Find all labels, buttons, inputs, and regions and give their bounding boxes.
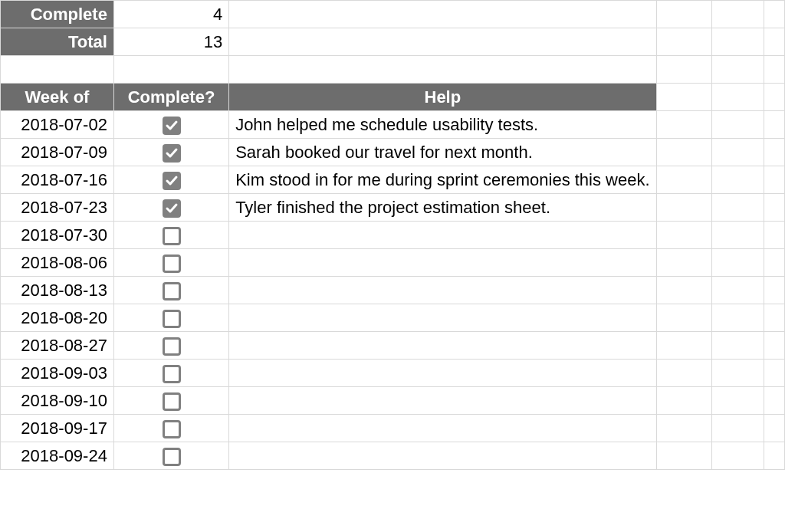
empty-cell[interactable]: [764, 304, 784, 332]
header-week[interactable]: Week of: [1, 84, 114, 111]
empty-cell[interactable]: [656, 222, 712, 249]
empty-cell[interactable]: [712, 387, 764, 415]
empty-cell[interactable]: [712, 442, 764, 470]
help-cell[interactable]: [229, 249, 656, 277]
empty-cell[interactable]: [764, 84, 784, 111]
week-cell[interactable]: 2018-09-24: [1, 442, 114, 470]
complete-cell[interactable]: [113, 442, 228, 470]
empty-cell[interactable]: [712, 360, 764, 387]
help-cell[interactable]: [229, 222, 656, 249]
week-cell[interactable]: 2018-07-16: [1, 166, 114, 194]
empty-cell[interactable]: [656, 28, 712, 56]
empty-cell[interactable]: [1, 56, 114, 84]
empty-cell[interactable]: [764, 387, 784, 415]
help-cell[interactable]: [229, 277, 656, 304]
checkbox-unchecked-icon[interactable]: [163, 255, 181, 273]
empty-cell[interactable]: [764, 166, 784, 194]
empty-cell[interactable]: [712, 304, 764, 332]
empty-cell[interactable]: [229, 56, 656, 84]
help-cell[interactable]: [229, 360, 656, 387]
empty-cell[interactable]: [712, 249, 764, 277]
complete-cell[interactable]: [113, 387, 228, 415]
checkbox-checked-icon[interactable]: [163, 199, 181, 218]
empty-cell[interactable]: [656, 360, 712, 387]
empty-cell[interactable]: [764, 28, 784, 56]
empty-cell[interactable]: [656, 111, 712, 139]
complete-cell[interactable]: [113, 111, 228, 139]
complete-cell[interactable]: [113, 222, 228, 249]
checkbox-checked-icon[interactable]: [163, 144, 181, 163]
complete-cell[interactable]: [113, 304, 228, 332]
empty-cell[interactable]: [656, 277, 712, 304]
empty-cell[interactable]: [656, 84, 712, 111]
empty-cell[interactable]: [113, 56, 228, 84]
empty-cell[interactable]: [656, 304, 712, 332]
week-cell[interactable]: 2018-07-30: [1, 222, 114, 249]
empty-cell[interactable]: [656, 415, 712, 442]
empty-cell[interactable]: [229, 28, 656, 56]
empty-cell[interactable]: [764, 139, 784, 166]
complete-cell[interactable]: [113, 166, 228, 194]
empty-cell[interactable]: [712, 28, 764, 56]
week-cell[interactable]: 2018-08-06: [1, 249, 114, 277]
week-cell[interactable]: 2018-08-20: [1, 304, 114, 332]
empty-cell[interactable]: [656, 332, 712, 360]
empty-cell[interactable]: [712, 56, 764, 84]
checkbox-unchecked-icon[interactable]: [163, 420, 181, 438]
help-cell[interactable]: Kim stood in for me during sprint ceremo…: [229, 166, 656, 194]
checkbox-unchecked-icon[interactable]: [163, 227, 181, 245]
empty-cell[interactable]: [656, 249, 712, 277]
empty-cell[interactable]: [712, 332, 764, 360]
spreadsheet[interactable]: Complete 4 Total 13 Week of Complete? He…: [0, 0, 785, 470]
empty-cell[interactable]: [764, 332, 784, 360]
empty-cell[interactable]: [712, 1, 764, 28]
help-cell[interactable]: John helped me schedule usability tests.: [229, 111, 656, 139]
empty-cell[interactable]: [764, 222, 784, 249]
empty-cell[interactable]: [712, 222, 764, 249]
complete-cell[interactable]: [113, 249, 228, 277]
summary-complete-value[interactable]: 4: [113, 1, 228, 28]
empty-cell[interactable]: [712, 166, 764, 194]
week-cell[interactable]: 2018-09-17: [1, 415, 114, 442]
help-cell[interactable]: Sarah booked our travel for next month.: [229, 139, 656, 166]
empty-cell[interactable]: [712, 84, 764, 111]
summary-complete-label[interactable]: Complete: [1, 1, 114, 28]
complete-cell[interactable]: [113, 360, 228, 387]
empty-cell[interactable]: [764, 1, 784, 28]
empty-cell[interactable]: [764, 415, 784, 442]
complete-cell[interactable]: [113, 139, 228, 166]
empty-cell[interactable]: [656, 1, 712, 28]
empty-cell[interactable]: [764, 277, 784, 304]
empty-cell[interactable]: [764, 249, 784, 277]
checkbox-unchecked-icon[interactable]: [163, 448, 181, 466]
help-cell[interactable]: [229, 415, 656, 442]
checkbox-unchecked-icon[interactable]: [163, 282, 181, 300]
week-cell[interactable]: 2018-07-02: [1, 111, 114, 139]
empty-cell[interactable]: [712, 194, 764, 222]
checkbox-unchecked-icon[interactable]: [163, 310, 181, 328]
empty-cell[interactable]: [764, 442, 784, 470]
week-cell[interactable]: 2018-09-10: [1, 387, 114, 415]
complete-cell[interactable]: [113, 277, 228, 304]
empty-cell[interactable]: [656, 56, 712, 84]
complete-cell[interactable]: [113, 194, 228, 222]
empty-cell[interactable]: [712, 415, 764, 442]
checkbox-checked-icon[interactable]: [163, 172, 181, 190]
help-cell[interactable]: Tyler finished the project estimation sh…: [229, 194, 656, 222]
complete-cell[interactable]: [113, 332, 228, 360]
header-help[interactable]: Help: [229, 84, 656, 111]
help-cell[interactable]: [229, 304, 656, 332]
checkbox-checked-icon[interactable]: [163, 117, 181, 135]
empty-cell[interactable]: [656, 194, 712, 222]
week-cell[interactable]: 2018-07-09: [1, 139, 114, 166]
help-cell[interactable]: [229, 387, 656, 415]
empty-cell[interactable]: [656, 166, 712, 194]
empty-cell[interactable]: [712, 277, 764, 304]
empty-cell[interactable]: [764, 56, 784, 84]
help-cell[interactable]: [229, 332, 656, 360]
help-cell[interactable]: [229, 442, 656, 470]
week-cell[interactable]: 2018-07-23: [1, 194, 114, 222]
checkbox-unchecked-icon[interactable]: [163, 365, 181, 383]
empty-cell[interactable]: [712, 111, 764, 139]
checkbox-unchecked-icon[interactable]: [163, 337, 181, 356]
